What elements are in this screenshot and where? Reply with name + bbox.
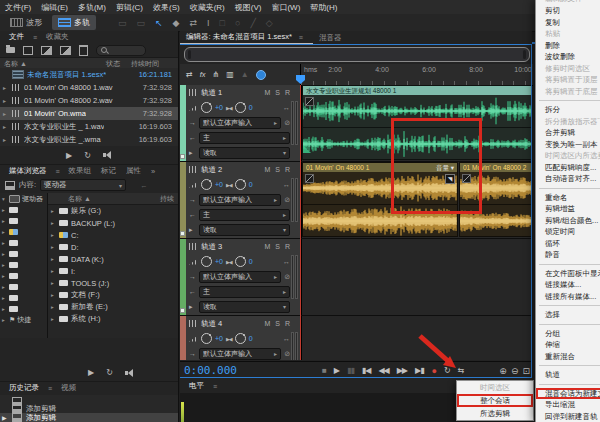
- search-input[interactable]: [96, 45, 146, 56]
- context-menu-item[interactable]: 重新混合: [536, 351, 600, 363]
- expander-icon[interactable]: ▸: [2, 306, 7, 312]
- menubar-item[interactable]: 效果(S): [148, 2, 185, 13]
- automation-select[interactable]: 读取▾: [199, 224, 290, 236]
- drive-tree-item[interactable]: ▸: [0, 303, 47, 314]
- panel-menu-icon[interactable]: ≡: [52, 168, 64, 175]
- play-icon[interactable]: ▶: [88, 368, 94, 377]
- panel-toggle-2-icon[interactable]: ▭: [137, 18, 146, 28]
- media-tab[interactable]: 标记: [96, 166, 121, 176]
- skip-start-button[interactable]: ▮◀: [362, 366, 371, 375]
- expander-icon[interactable]: ▸: [2, 240, 7, 246]
- context-menu-item[interactable]: 分组: [536, 328, 600, 340]
- expander-icon[interactable]: ▸: [2, 229, 7, 235]
- expander-icon[interactable]: ▸: [3, 84, 9, 91]
- snap-button[interactable]: [256, 70, 266, 80]
- submenu-item[interactable]: 整个会话: [457, 394, 533, 407]
- shortcuts-tree-item[interactable]: ▸⚑快捷: [0, 314, 47, 325]
- play-icon[interactable]: ▶: [66, 151, 72, 160]
- context-menu-item[interactable]: 混音会话为新建文件: [536, 388, 600, 400]
- drive-row[interactable]: ▸TOOLS (J:): [48, 277, 178, 289]
- drive-row[interactable]: ▸D:: [48, 241, 178, 253]
- fast-forward-button[interactable]: ▶▶: [397, 366, 407, 375]
- panel-menu-icon[interactable]: ≡: [44, 385, 56, 392]
- pan-knob[interactable]: [235, 333, 246, 344]
- zoom-navigator[interactable]: [184, 47, 530, 62]
- clip-fx-icon[interactable]: [305, 97, 314, 106]
- input-select[interactable]: 默认立体声输入▸: [199, 194, 281, 206]
- drive-row[interactable]: ▸系统 (H:): [48, 313, 178, 325]
- new-file-icon[interactable]: [60, 46, 71, 55]
- menubar-item[interactable]: 编辑(E): [36, 2, 73, 13]
- output-select[interactable]: 主▸: [199, 209, 290, 221]
- drive-row[interactable]: ▸I:: [48, 265, 178, 277]
- pan-knob[interactable]: [235, 102, 246, 113]
- context-menu-item[interactable]: 伸缩: [536, 339, 600, 351]
- expander-icon[interactable]: ▸: [3, 123, 9, 130]
- context-menu-item[interactable]: 剪辑/组合颜色...: [536, 215, 600, 227]
- expander-icon[interactable]: ▸: [2, 207, 7, 213]
- rewind-button[interactable]: ◀◀: [378, 366, 388, 375]
- mute-button[interactable]: M: [264, 89, 270, 96]
- file-row[interactable]: ▸01 Movin' On 48000 2.wav7:32.928: [0, 94, 178, 107]
- fx-icon[interactable]: fx: [200, 70, 206, 79]
- expander-icon[interactable]: ▸: [2, 262, 7, 268]
- drive-tree-item[interactable]: ▸: [0, 248, 47, 259]
- back-icon[interactable]: ←: [140, 181, 148, 190]
- context-menu-item[interactable]: 锁定时间: [536, 226, 600, 238]
- expander-icon[interactable]: ▸: [2, 295, 7, 301]
- mute-button[interactable]: M: [264, 166, 270, 173]
- tab-overflow-icon[interactable]: »: [146, 167, 160, 176]
- context-menu-item[interactable]: 链接所有媒体...: [536, 291, 600, 303]
- context-menu-item[interactable]: 拆分: [536, 104, 600, 116]
- collapse-icon[interactable]: ▾: [2, 196, 7, 202]
- expander-icon[interactable]: ▸: [2, 273, 7, 279]
- crossfade-icon[interactable]: ⇄: [186, 70, 193, 79]
- solo-button[interactable]: S: [275, 243, 280, 250]
- pan-knob[interactable]: [235, 179, 246, 190]
- drive-tree-item[interactable]: ▸: [0, 204, 47, 215]
- mute-button[interactable]: M: [264, 243, 270, 250]
- menubar-item[interactable]: 剪辑(C): [111, 2, 148, 13]
- drive-tree-root[interactable]: ▾驱动器: [0, 193, 47, 204]
- levels-tab[interactable]: 电平: [184, 381, 209, 391]
- context-menu-item[interactable]: 在文件面板中显示文件: [536, 268, 600, 280]
- media-tab[interactable]: 属性: [121, 166, 146, 176]
- input-select[interactable]: 默认立体声输入▸: [199, 271, 281, 283]
- context-menu-item[interactable]: 轨道: [536, 369, 600, 381]
- drive-tree-item[interactable]: ▸: [0, 259, 47, 270]
- import-file-icon[interactable]: [23, 46, 33, 55]
- clip-fx-icon[interactable]: [305, 174, 314, 183]
- play-button[interactable]: ▶: [334, 366, 339, 375]
- mixer-tab[interactable]: 混音器: [313, 33, 348, 43]
- loop-icon[interactable]: ↻: [84, 151, 91, 160]
- expander-icon[interactable]: ▸: [3, 136, 9, 143]
- context-menu-item[interactable]: 自动语音对齐...: [536, 173, 600, 185]
- files-tab[interactable]: 收藏夹: [41, 32, 74, 42]
- solo-button[interactable]: S: [275, 320, 280, 327]
- input-select[interactable]: 默认立体声输入▸: [199, 348, 281, 360]
- auto-play-speaker-icon[interactable]: [125, 369, 134, 377]
- expander-icon[interactable]: ▸: [51, 244, 56, 250]
- expander-icon[interactable]: ▸: [51, 292, 56, 298]
- volume-knob[interactable]: [201, 179, 212, 190]
- drive-tree-item[interactable]: ▸: [0, 270, 47, 281]
- file-row[interactable]: ▸01 Movin' On.wma7:32.928: [0, 107, 178, 120]
- auto-play-speaker-icon[interactable]: [103, 151, 112, 159]
- pan-knob[interactable]: [235, 256, 246, 267]
- solo-button[interactable]: S: [275, 166, 280, 173]
- drive-column-header[interactable]: 持续: [160, 194, 174, 204]
- routing-icon[interactable]: ⋔: [213, 70, 220, 79]
- context-menu-item[interactable]: 重命名: [536, 192, 600, 204]
- arm-button[interactable]: R: [285, 166, 290, 173]
- stop-button[interactable]: ■: [322, 366, 326, 375]
- razor-tool-icon[interactable]: ◆: [173, 18, 180, 28]
- menubar-item[interactable]: 多轨(M): [73, 2, 111, 13]
- drive-tree-item[interactable]: ▸: [0, 281, 47, 292]
- mute-button[interactable]: M: [264, 320, 270, 327]
- menubar-item[interactable]: 视图(V): [230, 2, 267, 13]
- drive-row[interactable]: ▸C:: [48, 229, 178, 241]
- expander-icon[interactable]: ▸: [2, 251, 7, 257]
- menubar-item[interactable]: 收藏夹(R): [185, 2, 230, 13]
- slip-tool-icon[interactable]: ⇄: [190, 18, 198, 28]
- drive-row[interactable]: ▸娱乐 (G:): [48, 205, 178, 217]
